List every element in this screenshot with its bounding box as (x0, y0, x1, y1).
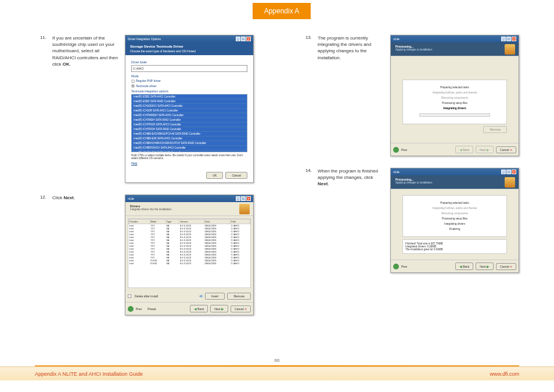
wizard-header: Drivers Integrate drivers into the insta… (125, 202, 253, 216)
wizard-header: Processing... Applying changes to instal… (391, 175, 519, 189)
mode-label: Mode (131, 74, 247, 78)
help-link[interactable]: Help (131, 161, 247, 165)
wizard-footer: Prev Preset ◀ Back Next ▶ Cancel ✕ (125, 302, 253, 315)
step-14: 14. When the program is finished applyin… (300, 168, 519, 273)
close-icon[interactable]: × (246, 37, 251, 41)
footer-bar: Appendix A NLITE and AHCI Installation G… (0, 366, 554, 380)
window-buttons: _ □ × (236, 37, 251, 41)
ok-button[interactable]: OK (206, 172, 223, 179)
max-icon[interactable]: □ (241, 196, 246, 201)
window-title: nLite (128, 197, 134, 200)
mode-option-1[interactable]: Regular PNP driver (131, 79, 247, 83)
dialog-footer: OK Cancel (125, 168, 253, 182)
list-item[interactable]: Intel(R) ICH8R/ICH9R/ICH10R/DO/PCH SATA … (132, 141, 247, 146)
back-button[interactable]: ◀ Back (190, 305, 208, 312)
back-button[interactable]: ◀ Back (455, 262, 474, 270)
driver-table[interactable]: ProviderModeTypeVersionDatePathIntelTXTS… (128, 218, 251, 288)
info-line: The installation grew for 0.34MB (405, 248, 504, 251)
step-num: 12. (35, 195, 46, 315)
dialog-content: Driver folder C:\AHCI Mode Regular PNP d… (125, 55, 253, 168)
min-icon[interactable]: _ (236, 196, 240, 201)
step-text: When the program is finished applying th… (318, 168, 384, 273)
close-icon[interactable]: × (246, 196, 251, 201)
back-button: ◀ Back (455, 146, 474, 153)
prev-label: Prev (401, 148, 407, 152)
list-item[interactable]: Intel(R) ICH7M/MDH SATA AHCI Controller (132, 113, 247, 118)
count-badge: 40 (199, 294, 203, 298)
progress-line: Integrating hotfixes, packs and themes (408, 206, 502, 211)
cancel-button[interactable]: Cancel ✕ (496, 146, 516, 153)
progress-line: Integrating drivers (408, 221, 502, 226)
status-icon (393, 264, 399, 269)
cancel-button[interactable]: Cancel ✕ (231, 305, 251, 312)
wizard-header: Processing... Applying changes to instal… (391, 42, 519, 56)
max-icon[interactable]: □ (506, 37, 511, 41)
max-icon[interactable]: □ (506, 170, 511, 174)
result-info: Finished! Total size is 607.79MB Integra… (402, 239, 507, 254)
screenshot-13: nLite _□× Processing... Applying changes… (390, 35, 519, 156)
footer-left: Appendix A NLITE and AHCI Installation G… (35, 371, 143, 377)
list-item[interactable]: Intel(R) ICH7R/DH SATA RAID Controller (132, 127, 247, 132)
step-text: If you are uncertain of the southbridge … (52, 35, 119, 183)
min-icon[interactable]: _ (501, 170, 506, 174)
remove-button[interactable]: Remove (227, 293, 251, 300)
wizard-icon (505, 44, 515, 55)
controller-list[interactable]: Intel(R) ESB2 SATA AHCI ControllerIntel(… (131, 94, 247, 152)
window-title: nLite (393, 37, 400, 41)
max-icon[interactable]: □ (241, 37, 246, 41)
remove-button: Remove (483, 126, 507, 133)
note-text: Hold CTRL to select multiple items. Be c… (131, 154, 247, 160)
wizard-sub: Applying changes to installation. (395, 48, 514, 51)
delete-checkbox[interactable] (128, 294, 131, 298)
table-row[interactable]: IntelICH10SA8.9.0.102308/04/2009C:\AHCI (129, 262, 250, 265)
screenshot-12: nLite _□× Drivers Integrate drivers into… (125, 195, 254, 315)
min-icon[interactable]: _ (501, 37, 506, 41)
titlebar: nLite _□× (391, 35, 519, 42)
footer-right: www.dfi.com (490, 371, 519, 377)
step-num: 13. (300, 35, 312, 156)
step-num: 11. (35, 35, 46, 183)
progress-line: Finalizing (408, 226, 502, 232)
cancel-button[interactable]: Cancel (225, 172, 247, 179)
options-label: Textmode integration options (131, 89, 247, 93)
list-item[interactable]: Intel(R) ICH9M-E/M SATA AHCI Controller (132, 150, 247, 152)
next-button[interactable]: Next ▶ (210, 305, 228, 312)
list-item[interactable]: Intel(R) ICH10R SATA AHCI Controller (132, 109, 247, 113)
folder-value: C:\AHCI (131, 65, 247, 72)
wizard-sub: Integrate drivers into the installation. (130, 208, 249, 211)
next-button[interactable]: Next ▶ (476, 262, 494, 270)
wizard-sub: Applying changes to installation. (395, 181, 514, 184)
list-item[interactable]: Intel(R) ICH8M-E/ICH9M-E/PCH-M SATA RAID… (132, 132, 247, 136)
progress-line: Processing setup files (408, 100, 502, 106)
close-icon[interactable]: × (512, 37, 516, 41)
insert-button[interactable]: Insert (205, 293, 225, 300)
list-item[interactable]: Intel(R) ESB2 SATA AHCI Controller (132, 95, 247, 99)
screenshot-11: Driver Integration Options _ □ × Storage… (125, 35, 254, 183)
wizard-icon (505, 177, 515, 188)
titlebar: nLite _□× (391, 168, 519, 175)
list-item[interactable]: Intel(R) ICH8M-E/M SATA AHCI Controller (132, 136, 247, 141)
delete-label: Delete after install (135, 294, 158, 298)
progress-line: Processing setup files (408, 216, 502, 221)
progress-line: Integrating drivers (408, 106, 502, 111)
dialog-title: Storage Device Textmode Driver (130, 45, 249, 48)
list-item[interactable]: Intel(R) ICH7MDH SATA RAID Controller (132, 118, 247, 123)
titlebar: nLite _□× (125, 195, 253, 202)
list-item[interactable]: Intel(R) ESB2 SATA RAID Controller (132, 99, 247, 104)
progress-body: Preparing selected tasksIntegrating hotf… (391, 56, 519, 143)
list-item[interactable]: Intel(R) ICH10D/DO SATA AHCI Controller (132, 104, 247, 109)
list-item[interactable]: Intel(R) ICH8R/DH/DO SATA AHCI Controlle… (132, 146, 247, 150)
titlebar: Driver Integration Options _ □ × (125, 35, 253, 42)
progress-box: Preparing selected tasksIntegrating hotf… (402, 80, 507, 124)
min-icon[interactable]: _ (236, 37, 240, 41)
cancel-button[interactable]: Cancel ✕ (496, 263, 516, 270)
close-icon[interactable]: × (512, 170, 516, 174)
table-footer: Delete after install 40 Insert Remove (125, 290, 253, 302)
step-num: 14. (300, 168, 312, 273)
list-item[interactable]: Intel(R) ICH7R/DH SATA AHCI Controller (132, 123, 247, 127)
header-tab: Appendix A (253, 3, 311, 19)
page-content: 11. If you are uncertain of the southbri… (0, 35, 554, 327)
mode-option-2[interactable]: Textmode driver (131, 84, 247, 88)
prev-label-2: Preset (148, 307, 156, 311)
progress-box: Preparing selected tasksIntegrating hotf… (402, 195, 507, 237)
